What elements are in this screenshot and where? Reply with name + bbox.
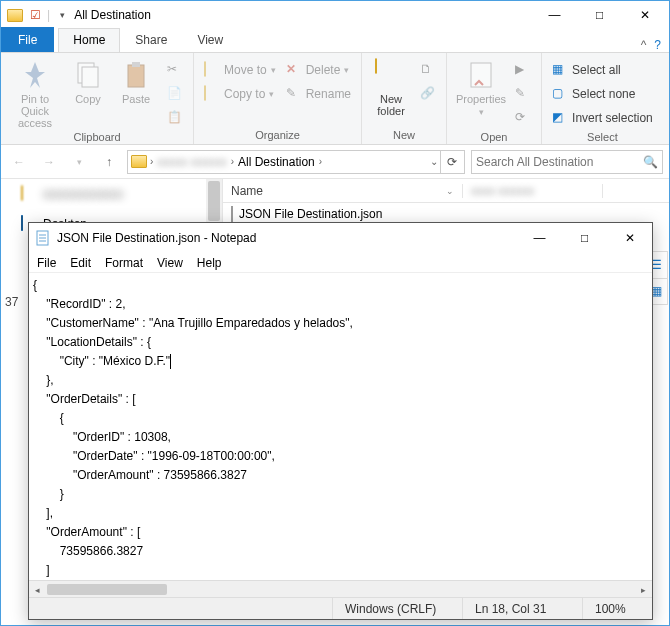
refresh-icon[interactable]: ⟳ <box>440 151 462 173</box>
select-all-button[interactable]: ▦Select all <box>548 59 657 81</box>
scroll-right-icon[interactable]: ▸ <box>635 581 652 598</box>
history-button[interactable]: ⟳ <box>511 107 535 129</box>
text-content: }, "OrderDetails" : [ { "OrderID" : 1030… <box>33 373 275 580</box>
notepad-window: JSON File Destination.json - Notepad — □… <box>28 222 653 620</box>
new-item-button[interactable]: 🗋 <box>416 59 440 81</box>
delete-button[interactable]: ✕Delete▾ <box>282 59 355 81</box>
properties-button[interactable]: Properties ▾ <box>453 57 509 117</box>
search-input[interactable]: Search All Destination 🔍 <box>471 150 663 174</box>
chevron-down-icon[interactable]: ⌄ <box>446 186 454 196</box>
copyto-icon <box>204 86 220 102</box>
maximize-button[interactable]: □ <box>577 1 622 29</box>
search-icon: 🔍 <box>643 155 658 169</box>
rename-button[interactable]: ✎Rename <box>282 83 355 105</box>
paste-shortcut-button[interactable]: 📋 <box>163 107 187 129</box>
paste-icon <box>120 59 152 91</box>
new-folder-icon <box>375 59 407 91</box>
chevron-right-icon[interactable]: › <box>319 156 322 167</box>
scroll-left-icon[interactable]: ◂ <box>29 581 46 598</box>
chevron-down-icon[interactable]: ⌄ <box>430 156 438 167</box>
tab-file[interactable]: File <box>1 27 54 52</box>
minimize-button[interactable]: — <box>532 1 577 29</box>
tree-item-blurred[interactable]: xxxxxxxxxxxx <box>1 183 222 205</box>
horizontal-scrollbar[interactable]: ◂ ▸ <box>29 580 652 597</box>
chevron-right-icon[interactable]: › <box>150 156 153 167</box>
breadcrumb[interactable]: › xxxxx xxxxxx › All Destination › ⌄ ⟳ <box>127 150 465 174</box>
cut-button[interactable]: ✂ <box>163 59 187 81</box>
paste-button[interactable]: Paste <box>113 57 159 105</box>
text-content: { "RecordID" : 2, "CustomerName" : "Ana … <box>33 278 353 368</box>
notepad-statusbar: Windows (CRLF) Ln 18, Col 31 100% <box>29 597 652 619</box>
group-label: Select <box>548 129 657 146</box>
breadcrumb-seg[interactable]: All Destination <box>236 155 317 169</box>
scissors-icon: ✂ <box>167 62 183 78</box>
nav-back-button[interactable]: ← <box>7 150 31 174</box>
menu-format[interactable]: Format <box>105 256 143 270</box>
qat-separator: | <box>47 8 50 22</box>
select-none-button[interactable]: ▢Select none <box>548 83 657 105</box>
status-item-count: 37 <box>5 295 18 309</box>
ribbon-group-select: ▦Select all ▢Select none ◩Invert selecti… <box>542 53 663 144</box>
file-name: JSON File Destination.json <box>239 207 382 221</box>
tab-home[interactable]: Home <box>58 28 120 52</box>
svg-rect-1 <box>82 67 98 87</box>
edit-icon: ✎ <box>515 86 531 102</box>
ribbon-group-open: Properties ▾ ▶ ✎ ⟳ Open <box>447 53 542 144</box>
group-label: Organize <box>200 127 355 144</box>
group-label: Clipboard <box>7 129 187 146</box>
copy-button[interactable]: Copy <box>65 57 111 105</box>
json-file-icon <box>231 207 233 221</box>
move-to-button[interactable]: Move to▾ <box>200 59 280 81</box>
ribbon: Pin to Quick access Copy Paste ✂ 📄 📋 Cli… <box>1 53 669 145</box>
ribbon-group-new: New folder 🗋 🔗 New <box>362 53 447 144</box>
maximize-button[interactable]: □ <box>562 223 607 253</box>
close-button[interactable]: ✕ <box>607 223 652 253</box>
menu-help[interactable]: Help <box>197 256 222 270</box>
close-button[interactable]: ✕ <box>622 1 667 29</box>
ribbon-tabstrip: File Home Share View ^ ? <box>1 29 669 53</box>
file-list-header[interactable]: Name⌄ xxxx xxxxxx <box>223 179 669 203</box>
notepad-icon <box>35 230 51 246</box>
svg-rect-2 <box>128 65 144 87</box>
tab-view[interactable]: View <box>182 28 238 52</box>
menu-file[interactable]: File <box>37 256 56 270</box>
copy-to-button[interactable]: Copy to▾ <box>200 83 280 105</box>
copy-path-button[interactable]: 📄 <box>163 83 187 105</box>
qat-overflow-icon[interactable]: ▾ <box>54 7 70 23</box>
notepad-titlebar[interactable]: JSON File Destination.json - Notepad — □… <box>29 223 652 253</box>
qat-checkbox-icon[interactable]: ☑ <box>27 7 43 23</box>
help-icon[interactable]: ? <box>654 38 661 52</box>
minimize-button[interactable]: — <box>517 223 562 253</box>
column-header-blurred[interactable]: xxxx xxxxxx <box>463 184 603 198</box>
invert-selection-button[interactable]: ◩Invert selection <box>548 107 657 129</box>
copy-icon <box>72 59 104 91</box>
text-caret <box>170 354 171 369</box>
easy-access-button[interactable]: 🔗 <box>416 83 440 105</box>
edit-button[interactable]: ✎ <box>511 83 535 105</box>
breadcrumb-seg-blurred[interactable]: xxxxx xxxxxx <box>155 155 228 169</box>
pin-icon <box>19 59 51 91</box>
ribbon-group-organize: Move to▾ Copy to▾ ✕Delete▾ ✎Rename Organ… <box>194 53 362 144</box>
nav-forward-button[interactable]: → <box>37 150 61 174</box>
new-folder-button[interactable]: New folder <box>368 57 414 117</box>
address-bar: ← → ▾ ↑ › xxxxx xxxxxx › All Destination… <box>1 145 669 179</box>
window-title: JSON File Destination.json - Notepad <box>57 231 517 245</box>
notepad-textarea[interactable]: { "RecordID" : 2, "CustomerName" : "Ana … <box>29 273 652 580</box>
column-header-name[interactable]: Name <box>231 184 263 198</box>
menu-edit[interactable]: Edit <box>70 256 91 270</box>
pin-quick-access-button[interactable]: Pin to Quick access <box>7 57 63 129</box>
nav-recent-button[interactable]: ▾ <box>67 150 91 174</box>
select-all-icon: ▦ <box>552 62 568 78</box>
menu-view[interactable]: View <box>157 256 183 270</box>
open-button[interactable]: ▶ <box>511 59 535 81</box>
group-label: New <box>368 127 440 144</box>
explorer-titlebar[interactable]: ☑ | ▾ All Destination — □ ✕ <box>1 1 669 29</box>
nav-up-button[interactable]: ↑ <box>97 150 121 174</box>
delete-icon: ✕ <box>286 62 302 78</box>
chevron-right-icon[interactable]: › <box>231 156 234 167</box>
ribbon-collapse-icon[interactable]: ^ <box>641 38 647 52</box>
status-encoding: Windows (CRLF) <box>332 598 462 619</box>
notepad-menubar: File Edit Format View Help <box>29 253 652 273</box>
open-icon: ▶ <box>515 62 531 78</box>
tab-share[interactable]: Share <box>120 28 182 52</box>
